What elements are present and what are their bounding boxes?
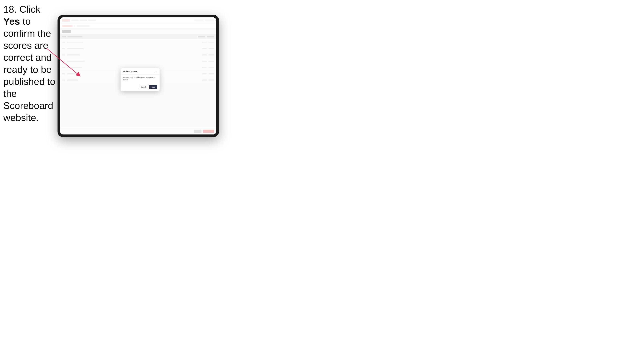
screen-content: Publish scores × Are you ready to publis… bbox=[60, 17, 216, 135]
text-after: to confirm the scores are correct and re… bbox=[3, 16, 55, 123]
bold-yes: Yes bbox=[3, 16, 20, 27]
tablet-outer: Publish scores × Are you ready to publis… bbox=[58, 15, 219, 137]
modal-header: Publish scores × bbox=[120, 68, 160, 74]
tablet-side-button bbox=[59, 63, 59, 69]
cancel-button[interactable]: Cancel bbox=[138, 85, 148, 89]
modal-title: Publish scores bbox=[123, 70, 137, 73]
close-icon: × bbox=[155, 70, 156, 73]
yes-button[interactable]: Yes bbox=[149, 85, 157, 89]
instruction-text: 18. Click Yes to confirm the scores are … bbox=[3, 3, 57, 124]
modal-message: Are you ready to publish these scores to… bbox=[123, 76, 157, 81]
tablet-device: Publish scores × Are you ready to publis… bbox=[58, 15, 219, 137]
modal-close-button[interactable]: × bbox=[155, 70, 157, 73]
text-before-bold: Click bbox=[17, 4, 40, 15]
modal-body: Are you ready to publish these scores to… bbox=[120, 74, 160, 85]
step-number: 18. bbox=[3, 4, 17, 15]
publish-scores-modal: Publish scores × Are you ready to publis… bbox=[120, 68, 160, 91]
tablet-screen: Publish scores × Are you ready to publis… bbox=[60, 17, 216, 135]
modal-backdrop: Publish scores × Are you ready to publis… bbox=[60, 17, 216, 135]
modal-footer: Cancel Yes bbox=[120, 85, 160, 91]
